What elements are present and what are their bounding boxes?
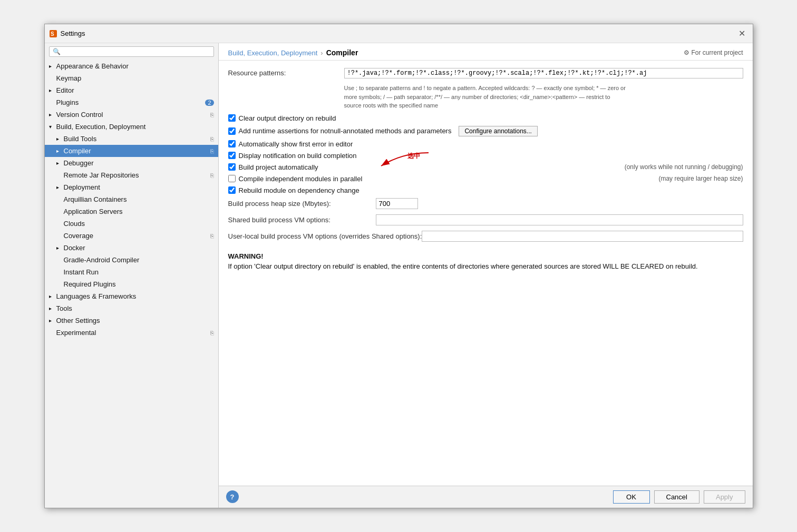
sidebar-item-version-control[interactable]: ▸ Version Control ⎘ bbox=[45, 109, 218, 121]
app-icon: S bbox=[49, 29, 57, 38]
heap-size-label: Build process heap size (Mbytes): bbox=[228, 200, 376, 208]
arrow-icon: ▸ bbox=[56, 136, 64, 142]
arrow-icon: ▾ bbox=[49, 124, 56, 130]
dialog-title: Settings bbox=[61, 29, 85, 37]
sidebar-item-keymap[interactable]: Keymap bbox=[45, 72, 218, 84]
ok-button[interactable]: OK bbox=[613, 490, 650, 504]
auto-show-error-checkbox[interactable] bbox=[228, 140, 236, 147]
sidebar-item-label: Application Servers bbox=[64, 208, 214, 215]
shared-vm-row: Shared build process VM options: bbox=[228, 214, 743, 225]
checkbox-auto-show-error[interactable]: Automatically show first error in editor bbox=[228, 140, 743, 148]
sidebar-item-label: Keymap bbox=[56, 74, 214, 82]
checkbox-compile-parallel[interactable]: Compile independent modules in parallel … bbox=[228, 175, 743, 183]
sidebar-item-label: Appearance & Behavior bbox=[56, 62, 214, 70]
sidebar-item-compiler[interactable]: ▸ Compiler ⎘ bbox=[45, 145, 218, 157]
sidebar-item-coverage[interactable]: Coverage ⎘ bbox=[45, 230, 218, 242]
warning-text: If option 'Clear output directory on reb… bbox=[228, 262, 743, 270]
sidebar-item-remote-jar[interactable]: Remote Jar Repositories ⎘ bbox=[45, 169, 218, 181]
heap-size-row: Build process heap size (Mbytes): bbox=[228, 198, 743, 209]
checkbox-add-runtime[interactable]: Add runtime assertions for notnull-annot… bbox=[228, 126, 743, 136]
settings-dialog: S Settings ✕ 🔍 ▸ Appearance & Behavior bbox=[44, 24, 753, 508]
sidebar-item-label: Plugins bbox=[56, 98, 203, 106]
sidebar-item-label: Languages & Frameworks bbox=[56, 292, 214, 300]
sidebar-item-label: Gradle-Android Compiler bbox=[64, 256, 214, 264]
resource-patterns-input[interactable] bbox=[344, 68, 743, 78]
help-button[interactable]: ? bbox=[226, 490, 239, 503]
sidebar-item-gradle-android[interactable]: Gradle-Android Compiler bbox=[45, 254, 218, 266]
sidebar-item-build-tools[interactable]: ▸ Build Tools ⎘ bbox=[45, 133, 218, 145]
build-auto-label: Build project automatically bbox=[239, 163, 318, 171]
arrow-icon: ▸ bbox=[49, 306, 56, 311]
compile-parallel-note: (may require larger heap size) bbox=[658, 175, 743, 182]
warning-title: WARNING! bbox=[228, 252, 743, 260]
compile-parallel-checkbox[interactable] bbox=[228, 175, 236, 182]
sidebar-item-experimental[interactable]: Experimental ⎘ bbox=[45, 327, 218, 339]
sidebar-item-label: Compiler bbox=[64, 147, 208, 155]
sidebar-item-required-plugins[interactable]: Required Plugins bbox=[45, 278, 218, 290]
heap-size-input[interactable] bbox=[376, 198, 418, 209]
dialog-footer: ? OK Cancel Apply bbox=[219, 486, 753, 508]
sidebar-item-label: Deployment bbox=[64, 183, 214, 191]
configure-annotations-button[interactable]: Configure annotations... bbox=[459, 126, 537, 136]
sidebar-item-build-execution[interactable]: ▾ Build, Execution, Deployment bbox=[45, 121, 218, 133]
plugins-badge: 2 bbox=[205, 100, 213, 106]
user-vm-label: User-local build process VM options (ove… bbox=[228, 232, 422, 240]
checkbox-display-notification[interactable]: Display notification on build completion bbox=[228, 152, 743, 160]
arrow-icon: ▸ bbox=[49, 293, 56, 299]
sidebar-item-docker[interactable]: ▸ Docker bbox=[45, 242, 218, 254]
sidebar-item-instant-run[interactable]: Instant Run bbox=[45, 266, 218, 278]
sidebar-item-clouds[interactable]: Clouds bbox=[45, 218, 218, 230]
arrow-icon: ▸ bbox=[56, 148, 64, 154]
search-box[interactable]: 🔍 bbox=[49, 46, 214, 57]
search-input[interactable] bbox=[63, 48, 210, 55]
content-area: Resource patterns: Use ; to separate pat… bbox=[219, 61, 753, 486]
arrow-icon: ▸ bbox=[49, 87, 56, 93]
sidebar-item-plugins[interactable]: Plugins 2 bbox=[45, 96, 218, 109]
sidebar-item-label: Docker bbox=[64, 244, 214, 252]
build-auto-note: (only works while not running / debuggin… bbox=[625, 163, 743, 171]
user-vm-input[interactable] bbox=[422, 231, 743, 242]
sidebar: 🔍 ▸ Appearance & Behavior Keymap ▸ Edito… bbox=[45, 43, 219, 508]
checkbox-build-auto[interactable]: Build project automatically (only works … bbox=[228, 163, 743, 171]
sidebar-item-label: Coverage bbox=[64, 232, 208, 240]
sidebar-item-editor[interactable]: ▸ Editor bbox=[45, 84, 218, 96]
clear-output-checkbox[interactable] bbox=[228, 114, 236, 122]
content-header: Build, Execution, Deployment › Compiler … bbox=[219, 43, 753, 61]
breadcrumb-parent[interactable]: Build, Execution, Deployment bbox=[228, 49, 318, 57]
sidebar-item-label: Remote Jar Repositories bbox=[64, 171, 208, 179]
repo-icon: ⎘ bbox=[210, 172, 214, 179]
arrow-icon: ▸ bbox=[49, 112, 56, 117]
arrow-icon: ▸ bbox=[49, 318, 56, 323]
close-button[interactable]: ✕ bbox=[735, 28, 749, 39]
sidebar-item-label: Arquillian Containers bbox=[64, 195, 214, 203]
sidebar-item-label: Build, Execution, Deployment bbox=[56, 123, 214, 131]
sidebar-item-languages[interactable]: ▸ Languages & Frameworks bbox=[45, 290, 218, 302]
repo-icon: ⎘ bbox=[210, 330, 214, 336]
resource-patterns-hint: Use ; to separate patterns and ! to nega… bbox=[344, 84, 743, 110]
sidebar-item-label: Build Tools bbox=[64, 135, 208, 143]
sidebar-item-label: Debugger bbox=[64, 159, 214, 167]
checkbox-rebuild-module[interactable]: Rebuild module on dependency change bbox=[228, 186, 743, 194]
add-runtime-checkbox[interactable] bbox=[228, 127, 236, 135]
apply-button[interactable]: Apply bbox=[704, 490, 745, 504]
build-auto-checkbox[interactable] bbox=[228, 163, 236, 171]
sidebar-item-app-servers[interactable]: Application Servers bbox=[45, 205, 218, 218]
arrow-icon: ▸ bbox=[56, 245, 64, 251]
sidebar-item-tools[interactable]: ▸ Tools bbox=[45, 302, 218, 314]
rebuild-module-label: Rebuild module on dependency change bbox=[239, 186, 359, 194]
shared-vm-input[interactable] bbox=[376, 214, 743, 225]
sidebar-item-other-settings[interactable]: ▸ Other Settings bbox=[45, 314, 218, 327]
cancel-button[interactable]: Cancel bbox=[654, 490, 699, 504]
warning-box: WARNING! If option 'Clear output directo… bbox=[228, 252, 743, 270]
resource-patterns-row: Resource patterns: bbox=[228, 68, 743, 78]
display-notification-checkbox[interactable] bbox=[228, 152, 236, 159]
sidebar-item-appearance[interactable]: ▸ Appearance & Behavior bbox=[45, 60, 218, 72]
sidebar-item-debugger[interactable]: ▸ Debugger bbox=[45, 157, 218, 169]
checkbox-clear-output[interactable]: Clear output directory on rebuild bbox=[228, 114, 743, 122]
breadcrumb: Build, Execution, Deployment › Compiler bbox=[228, 48, 358, 57]
sidebar-item-arquillian[interactable]: Arquillian Containers bbox=[45, 193, 218, 205]
rebuild-module-checkbox[interactable] bbox=[228, 186, 236, 194]
repo-icon: ⎘ bbox=[210, 136, 214, 142]
sidebar-item-deployment[interactable]: ▸ Deployment bbox=[45, 181, 218, 193]
search-icon: 🔍 bbox=[53, 48, 61, 55]
